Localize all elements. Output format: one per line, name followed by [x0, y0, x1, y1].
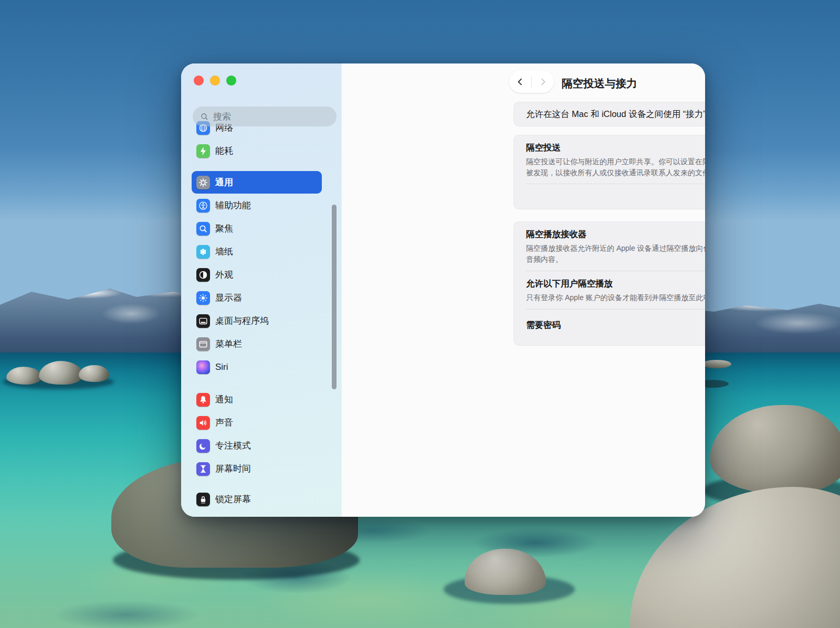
rock [6, 367, 42, 385]
menubar-icon [196, 337, 210, 351]
airplay-allow-title: 允许以下用户隔空播放 [526, 278, 705, 290]
sidebar-item-label: 墙纸 [215, 246, 233, 258]
back-button[interactable] [509, 70, 531, 93]
sidebar-item-label: 锁定屏幕 [215, 493, 251, 505]
search-placeholder: 搜索 [213, 111, 231, 123]
password-row: 需要密码 设定… [514, 310, 705, 340]
sidebar-item-spotlight[interactable]: 聚焦 [192, 217, 322, 240]
airplay-allow-row: 允许以下用户隔空播放 只有登录你 Apple 账户的设备才能看到并隔空播放至此电… [514, 271, 705, 309]
bolt-icon [196, 144, 210, 158]
sidebar-item-label: 声音 [215, 417, 233, 429]
wallpaper-icon [196, 245, 210, 259]
airdrop-card: 隔空投送 隔空投送可让你与附近的用户立即共享。你可以设置在隔空投送中可被发现，以… [513, 135, 705, 209]
sidebar-item-label: 显示器 [215, 292, 242, 304]
sidebar-item-wallpaper[interactable]: 墙纸 [192, 240, 322, 263]
sidebar-item-appearance[interactable]: 外观 [192, 263, 322, 286]
sidebar-item-menubar[interactable]: 菜单栏 [192, 333, 322, 355]
airplay-receiver-title: 隔空播放接收器 [526, 229, 705, 240]
handoff-label: 允许在这台 Mac 和 iCloud 设备之间使用 “接力” [526, 109, 705, 120]
rock [39, 361, 83, 385]
handoff-card: 允许在这台 Mac 和 iCloud 设备之间使用 “接力” [513, 102, 705, 126]
sidebar-item-label: 聚焦 [215, 222, 233, 235]
zoom-button[interactable] [226, 76, 236, 86]
sidebar-item-siri[interactable]: Siri [192, 356, 322, 378]
main-content: 隔空投送与接力 允许在这台 Mac 和 iCloud 设备之间使用 “接力” 隔… [341, 63, 705, 517]
sidebar-item-label: 桌面与程序坞 [215, 315, 269, 327]
sidebar-item-general[interactable]: 通用 [192, 171, 322, 194]
siri-icon [196, 360, 210, 374]
system-settings-window: 网络能耗通用辅助功能聚焦墙纸外观显示器桌面与程序坞菜单栏Siri通知声音专注模式… [181, 63, 705, 517]
sidebar-item-displays[interactable]: 显示器 [192, 286, 322, 309]
sidebar-item-notifications[interactable]: 通知 [192, 388, 322, 411]
page-title: 隔空投送与接力 [562, 76, 637, 91]
lock-icon [196, 493, 210, 506]
airplay-receiver-row: 隔空播放接收器 隔空播放接收器允许附近的 Apple 设备通过隔空播放向你的 M… [514, 222, 705, 271]
sidebar-item-label: 屏幕时间 [215, 463, 251, 475]
sidebar-item-focus[interactable]: 专注模式 [192, 434, 322, 457]
sidebar: 网络能耗通用辅助功能聚焦墙纸外观显示器桌面与程序坞菜单栏Siri通知声音专注模式… [181, 63, 341, 517]
rock [702, 360, 731, 368]
hourglass-icon [196, 462, 210, 476]
spotlight-icon [196, 222, 210, 236]
airplay-allow-description: 只有登录你 Apple 账户的设备才能看到并隔空播放至此电脑。 [526, 292, 705, 303]
sidebar-item-label: Siri [215, 362, 228, 372]
dock-icon [196, 314, 210, 328]
sidebar-item-label: 通用 [215, 176, 233, 188]
divider [526, 184, 705, 184]
minimize-button[interactable] [210, 76, 220, 86]
chevron-right-icon [538, 77, 548, 87]
sidebar-item-accessibility[interactable]: 辅助功能 [192, 194, 322, 217]
sidebar-item-label: 通知 [215, 393, 233, 406]
speaker-icon [196, 416, 210, 430]
appearance-icon [196, 268, 210, 282]
sidebar-item-screen-time[interactable]: 屏幕时间 [192, 457, 322, 480]
nav-capsule [509, 70, 554, 93]
rock [79, 365, 109, 382]
sidebar-item-lock-screen[interactable]: 锁定屏幕 [192, 488, 322, 510]
accessibility-icon [196, 199, 210, 212]
moon-icon [196, 439, 210, 453]
airplay-receiver-description: 隔空播放接收器允许附近的 Apple 设备通过隔空播放向你的 Mac 发送视频和… [526, 243, 705, 265]
sidebar-item-label: 辅助功能 [215, 199, 251, 211]
password-title: 需要密码 [526, 320, 561, 329]
sidebar-item-label: 菜单栏 [215, 338, 242, 350]
airdrop-title: 隔空投送 [526, 142, 705, 154]
display-icon [196, 291, 210, 305]
sidebar-item-desktop-dock[interactable]: 桌面与程序坞 [192, 310, 322, 332]
bell-icon [196, 393, 210, 407]
sidebar-item-label: 能耗 [215, 145, 233, 157]
airdrop-description: 隔空投送可让你与附近的用户立即共享。你可以设置在隔空投送中可被发现，以接收所有人… [526, 156, 705, 178]
sidebar-item-battery[interactable]: 能耗 [192, 140, 322, 162]
close-button[interactable] [194, 76, 204, 86]
sidebar-item-label: 外观 [215, 269, 233, 281]
search-icon [200, 112, 209, 121]
gear-icon [196, 176, 210, 189]
sidebar-scrollbar[interactable] [332, 205, 337, 389]
sidebar-item-sound[interactable]: 声音 [192, 411, 322, 434]
chevron-left-icon [515, 77, 526, 87]
airplay-card: 隔空播放接收器 隔空播放接收器允许附近的 Apple 设备通过隔空播放向你的 M… [513, 221, 705, 346]
sidebar-item-label: 专注模式 [215, 440, 251, 452]
forward-button[interactable] [532, 70, 554, 93]
search-input[interactable]: 搜索 [193, 107, 337, 126]
